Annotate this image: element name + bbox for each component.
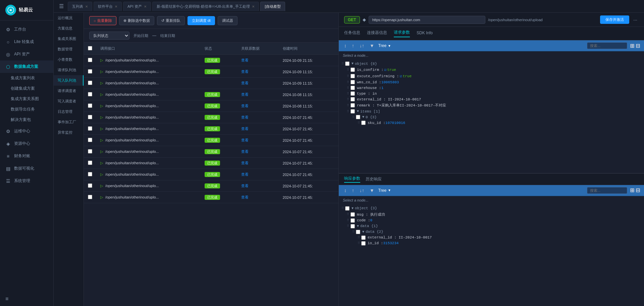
delete-selected-button[interactable]: ⊗ 删除选中数据 [119,16,154,25]
sidebar-item-sys[interactable]: ☰ 系统管理 [0,175,53,187]
more-options-button[interactable]: ··· [632,17,639,23]
row-checkbox[interactable] [88,115,92,119]
menu-item-plan-info[interactable]: 方案信息 [54,23,84,34]
sidebar-item-lite[interactable]: ○ Lite 轻集成 [0,36,53,48]
json-row-checkbox[interactable] [345,206,350,211]
drag-handle[interactable]: ⠿ [347,80,349,84]
tab-close-icon[interactable]: ✕ [144,5,147,8]
up-icon[interactable]: ↑ [351,187,356,194]
tab-close-icon[interactable]: ✕ [115,5,117,8]
view-link[interactable]: 查看 [241,115,249,119]
sort-icon[interactable]: ↕ [343,187,348,194]
row-checkbox[interactable] [88,81,92,85]
sort-icon[interactable]: ↕ [343,42,348,49]
sidebar-item-api[interactable]: ◎ API 资产 [0,48,53,60]
row-checkbox[interactable] [88,58,92,62]
drag-handle[interactable]: ⠿ [352,230,355,234]
tab-history-response[interactable]: 历史响应 [366,176,382,182]
sidebar-item-solution-pkg[interactable]: 解决方案包 [5,115,53,125]
response-expand-all-icon[interactable]: ⊞ [630,187,634,193]
json-row-checkbox[interactable] [351,224,355,228]
menu-item-request-queue[interactable]: 请求队列池 [54,65,84,75]
view-link[interactable]: 查看 [241,104,249,108]
sidebar-item-integration-list[interactable]: 集成方案列表 [5,73,53,83]
sidebar-item-integration-map[interactable]: 集成方案关系图 [5,94,53,104]
drag-handle[interactable]: ⠿ [347,212,349,216]
json-row-checkbox[interactable] [361,121,366,125]
collapse-btn[interactable]: ▼ [357,110,359,113]
drag-handle[interactable]: ⠿ [341,206,344,210]
tab-close-icon[interactable]: ✕ [252,5,255,8]
menu-item-map[interactable]: 集成关系图 [54,34,84,44]
row-checkbox[interactable] [88,161,92,165]
schedule-dt-button[interactable]: 立刻调度 dt [187,16,215,25]
tree-dropdown-arrow[interactable]: ▼ [388,44,391,48]
view-link[interactable]: 查看 [241,172,249,176]
tab-task-info[interactable]: 任务信息 [344,30,360,37]
view-link[interactable]: 查看 [241,161,249,165]
tab-response-params[interactable]: 响应参数 [344,176,360,183]
debug-button[interactable]: 调试器 [218,16,237,25]
sidebar-item-data-viz[interactable]: ▤ 数据可视化 [0,162,53,175]
sidebar-item-data-export[interactable]: 数据导出任务 [5,104,53,115]
down-icon[interactable]: ↓↑ [358,187,366,194]
view-link[interactable]: 查看 [241,184,249,188]
sidebar-item-ops[interactable]: ⚙ 运维中心 [0,125,53,137]
json-row-checkbox[interactable] [356,230,360,234]
view-link[interactable]: 查看 [241,138,249,142]
drag-handle[interactable]: ⠿ [358,241,360,245]
drag-handle[interactable]: ⠿ [347,110,349,114]
menu-item-anomaly[interactable]: 异常监控 [54,127,84,138]
menu-item-overview[interactable]: 运行概况 [54,13,84,23]
re-queue-button[interactable]: ↺ 重新排队 [157,16,185,25]
sidebar-item-create-integration[interactable]: 创建集成方案 [5,83,53,94]
row-checkbox[interactable] [88,69,92,74]
view-link[interactable]: 查看 [241,149,249,154]
menu-item-qingcha[interactable]: 小青查数 [54,54,84,65]
tab-close-icon[interactable]: ✕ [85,5,88,8]
json-row-checkbox[interactable] [345,61,350,66]
collapse-all-icon[interactable]: ⊟ [636,43,640,49]
menu-item-log[interactable]: 日志管理 [54,106,84,117]
view-link[interactable]: 查看 [241,195,249,199]
row-checkbox[interactable] [88,126,92,131]
select-all-checkbox[interactable] [88,46,92,50]
filter-icon[interactable]: ▼ [368,42,376,49]
collapse-btn[interactable]: ▼ [352,207,354,210]
json-row-checkbox[interactable] [351,80,355,84]
save-activate-button[interactable]: 保存并激活 [600,15,629,24]
tab-auto[interactable]: [自动差型 [260,2,285,11]
json-row-checkbox[interactable] [351,86,355,90]
view-link[interactable]: 查看 [241,92,249,96]
drag-handle[interactable]: ⠿ [358,235,360,239]
sidebar-item-finance[interactable]: ≡ 财务对账 [0,150,53,162]
drag-handle[interactable]: ⠿ [341,62,344,66]
collapse-btn[interactable]: ▼ [362,115,364,119]
batch-delete-button[interactable]: ○ 批量删除 [89,16,116,25]
json-row-checkbox[interactable] [361,235,366,240]
drag-handle[interactable]: ⠿ [358,121,360,125]
json-row-checkbox[interactable] [351,109,355,114]
expand-all-icon[interactable]: ⊞ [630,43,634,49]
view-link[interactable]: 查看 [241,127,249,131]
menu-item-write-scheduler[interactable]: 写入调度者 [54,96,84,106]
tab-list[interactable]: 互列表 ✕ [68,2,92,11]
row-checkbox[interactable] [88,92,92,96]
view-link[interactable]: 查看 [241,58,249,62]
drag-handle[interactable]: ⠿ [347,74,349,78]
tab-api[interactable]: API 资产 ✕ [123,2,151,11]
tab-sdk-info[interactable]: SDK Info [417,31,433,37]
response-tree-dropdown[interactable]: ▼ [388,188,391,192]
up-icon[interactable]: ↑ [351,42,356,49]
sidebar-item-resource[interactable]: ◈ 资源中心 [0,137,53,150]
row-checkbox[interactable] [88,195,92,199]
queue-status-select[interactable]: 队列状态 [89,32,129,40]
json-row-checkbox[interactable] [351,212,355,217]
menu-item-data-mgmt[interactable]: 数据管理 [54,44,84,54]
sidebar-item-data-integration[interactable]: ⬡ 数据集成方案 [0,60,53,73]
view-link[interactable]: 查看 [241,70,249,74]
tab-xinjiling[interactable]: 新-领星结算中心-交易明细-赔偿单=>U8-出库单_手工处理 ✕ [152,2,259,11]
tab-connector-info[interactable]: 连接器信息 [367,30,387,37]
response-search-input[interactable] [587,187,627,194]
row-checkbox[interactable] [88,138,92,142]
